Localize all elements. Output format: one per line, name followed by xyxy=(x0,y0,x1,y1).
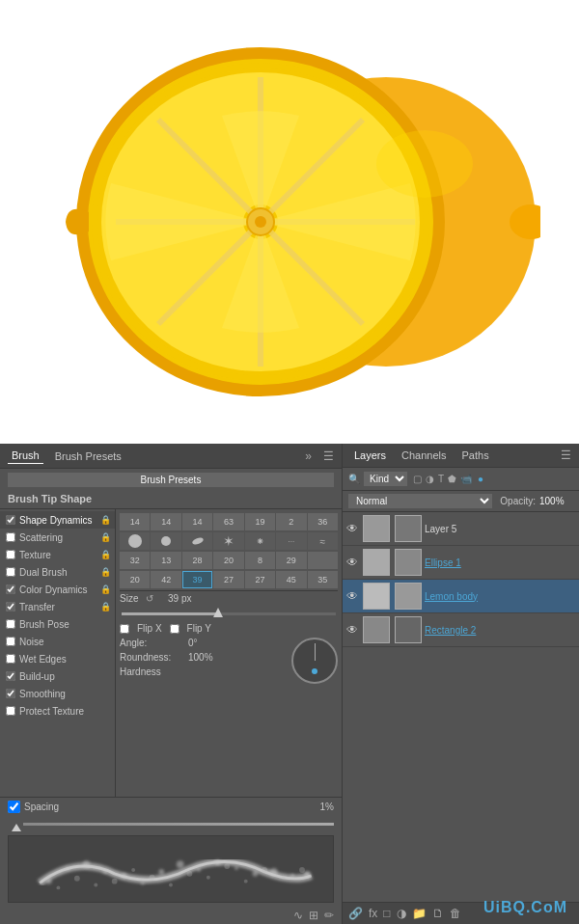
mask-icon[interactable]: □ xyxy=(383,907,390,920)
brush-cell-tip[interactable] xyxy=(151,532,180,550)
size-slider-handle[interactable] xyxy=(213,608,223,617)
kind-icon-pixel[interactable]: ▢ xyxy=(413,474,422,484)
panel-menu-icon[interactable]: » xyxy=(305,449,312,463)
layer-name: Layer 5 xyxy=(425,524,575,534)
brush-cell-tip[interactable] xyxy=(182,532,212,550)
option-shape-dynamics[interactable]: Shape Dynamics 🔒 xyxy=(0,511,115,529)
delete-icon[interactable]: 🗑 xyxy=(450,907,461,920)
brush-cell-tip[interactable]: ≈ xyxy=(308,532,338,550)
bottom-panels: Brush Brush Presets » ☰ Brush Presets Br… xyxy=(0,444,579,924)
layer-row[interactable]: 👁 Rectangle 2 xyxy=(343,613,579,647)
option-build-up[interactable]: Build-up xyxy=(0,667,115,685)
angle-section: Angle: 0° Roundness: 100% Hardness xyxy=(120,638,338,684)
brush-cell[interactable]: 14 xyxy=(120,513,150,530)
brush-icon-wave[interactable]: ∿ xyxy=(293,909,303,922)
svg-point-43 xyxy=(224,863,230,869)
brush-cell[interactable]: 8 xyxy=(245,552,275,569)
brush-cell[interactable]: 29 xyxy=(276,552,306,569)
option-smoothing[interactable]: Smoothing xyxy=(0,685,115,702)
brush-cell[interactable]: 36 xyxy=(308,513,338,530)
brush-panel-header: Brush Brush Presets » ☰ xyxy=(0,444,342,469)
brush-cell[interactable]: 13 xyxy=(151,552,180,569)
option-transfer[interactable]: Transfer 🔒 xyxy=(0,598,115,615)
eye-icon[interactable]: 👁 xyxy=(346,623,360,637)
brush-cell[interactable]: 27 xyxy=(245,571,275,588)
svg-point-38 xyxy=(131,868,135,872)
option-protect-texture[interactable]: Protect Texture xyxy=(0,702,115,720)
option-dual-brush[interactable]: Dual Brush 🔒 xyxy=(0,563,115,581)
kind-icon-smart[interactable]: 📹 xyxy=(460,474,472,484)
brush-cell[interactable]: 32 xyxy=(120,552,150,569)
option-brush-pose[interactable]: Brush Pose xyxy=(0,615,115,633)
option-noise[interactable]: Noise xyxy=(0,633,115,650)
brush-cell[interactable]: 20 xyxy=(213,552,243,569)
kind-select[interactable]: Kind xyxy=(364,472,407,486)
svg-point-22 xyxy=(103,870,107,874)
eye-icon[interactable]: 👁 xyxy=(346,522,360,535)
option-color-dynamics[interactable]: Color Dynamics 🔒 xyxy=(0,581,115,598)
kind-icon-adjust[interactable]: ◑ xyxy=(426,474,434,484)
tab-layers[interactable]: Layers xyxy=(350,448,390,463)
brush-cell-tip[interactable]: ✶ xyxy=(213,532,243,550)
layer-row[interactable]: 👁 Ellipse 1 xyxy=(343,546,579,580)
angle-roundness-fields: Angle: 0° Roundness: 100% Hardness xyxy=(120,638,284,681)
layers-menu-icon[interactable]: ☰ xyxy=(561,448,571,462)
spacing-checkbox[interactable] xyxy=(8,801,20,813)
kind-icon-type[interactable]: T xyxy=(438,474,444,484)
eye-icon[interactable]: 👁 xyxy=(346,556,360,569)
svg-point-19 xyxy=(46,879,52,884)
brush-cell-tip[interactable]: ··· xyxy=(276,532,306,550)
brush-cell[interactable]: 27 xyxy=(213,571,243,588)
new-layer-icon[interactable]: 🗋 xyxy=(432,907,444,920)
link-icon[interactable]: 🔗 xyxy=(348,907,363,920)
layer-row-selected[interactable]: 👁 Lemon body xyxy=(343,580,579,613)
brush-cell[interactable]: 42 xyxy=(151,571,180,588)
folder-icon[interactable]: 📁 xyxy=(412,907,427,920)
tab-paths[interactable]: Paths xyxy=(458,448,493,463)
brush-cell[interactable]: 28 xyxy=(182,552,212,569)
kind-icon-shape[interactable]: ⬟ xyxy=(448,474,456,484)
brush-cell[interactable] xyxy=(308,552,338,569)
svg-point-41 xyxy=(187,871,193,877)
kind-icon-selected[interactable]: ● xyxy=(478,474,483,484)
flip-y-checkbox[interactable] xyxy=(170,624,179,634)
option-wet-edges[interactable]: Wet Edges xyxy=(0,650,115,667)
option-texture[interactable]: Texture 🔒 xyxy=(0,546,115,563)
brush-cell[interactable]: 35 xyxy=(308,571,338,588)
blend-mode-select[interactable]: Normal xyxy=(348,494,492,508)
fx-icon[interactable]: fx xyxy=(369,907,377,920)
svg-point-20 xyxy=(66,867,69,871)
flip-x-checkbox[interactable] xyxy=(120,624,129,634)
size-reset-icon[interactable]: ↺ xyxy=(146,593,153,604)
layer-thumb xyxy=(363,616,390,643)
adjustment-icon[interactable]: ◑ xyxy=(397,907,406,920)
tab-brush[interactable]: Brush xyxy=(8,448,43,464)
brush-cell[interactable]: 19 xyxy=(245,513,275,530)
brush-cell[interactable]: 14 xyxy=(182,513,212,530)
brush-cell[interactable]: 63 xyxy=(213,513,243,530)
brush-icon-brush[interactable]: ✏ xyxy=(324,909,334,922)
brush-cell[interactable]: 2 xyxy=(276,513,306,530)
svg-point-46 xyxy=(282,876,286,880)
panel-options-icon[interactable]: ☰ xyxy=(323,449,334,463)
lock-icon-texture: 🔒 xyxy=(100,550,111,559)
spacing-slider-container xyxy=(8,816,334,831)
option-scattering[interactable]: Scattering 🔒 xyxy=(0,529,115,546)
brush-bottom-icons: ∿ ⊞ ✏ xyxy=(0,907,342,924)
brush-cell-selected[interactable]: 39 xyxy=(182,571,212,588)
brush-cell[interactable]: 14 xyxy=(151,513,180,530)
brush-cell-tip[interactable] xyxy=(120,532,150,550)
angle-dial[interactable] xyxy=(291,638,338,684)
brush-cell[interactable]: 45 xyxy=(276,571,306,588)
layer-thumb xyxy=(363,583,390,610)
tab-brush-presets[interactable]: Brush Presets xyxy=(51,448,125,464)
brush-presets-button[interactable]: Brush Presets xyxy=(8,473,334,487)
tab-channels[interactable]: Channels xyxy=(398,448,450,463)
eye-icon[interactable]: 👁 xyxy=(346,589,360,603)
svg-point-47 xyxy=(299,867,305,873)
size-slider-container xyxy=(120,607,338,620)
brush-icon-grid[interactable]: ⊞ xyxy=(309,909,318,922)
layer-row[interactable]: 👁 Layer 5 xyxy=(343,512,579,546)
brush-cell-tip[interactable]: ⁕ xyxy=(245,532,275,550)
brush-cell[interactable]: 20 xyxy=(120,571,150,588)
